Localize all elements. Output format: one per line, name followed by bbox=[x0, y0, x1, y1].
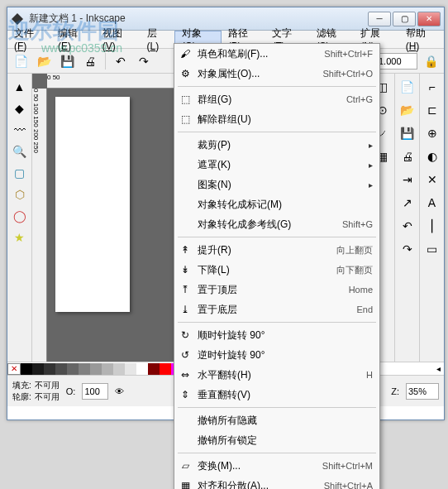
menu-item-icon: ↺ bbox=[178, 348, 193, 362]
color-swatch[interactable] bbox=[44, 363, 55, 375]
menu-item-label: 图案(N) bbox=[198, 178, 369, 192]
redo-icon[interactable]: ↷ bbox=[134, 51, 154, 71]
menu-item[interactable]: 撤销所有隐藏 bbox=[174, 410, 379, 430]
menu-item[interactable]: ⬚解除群组(U) bbox=[174, 109, 379, 129]
fill-label: 填充: bbox=[12, 380, 31, 391]
color-swatch[interactable] bbox=[148, 363, 160, 375]
star-tool-icon[interactable]: ★ bbox=[10, 228, 30, 247]
minimize-button[interactable]: ─ bbox=[368, 12, 391, 26]
snap-guide-icon[interactable]: ⎮ bbox=[422, 216, 442, 236]
tweak-tool-icon[interactable]: 〰 bbox=[10, 120, 30, 140]
menu-view[interactable]: 视图(V) bbox=[96, 31, 141, 48]
zoom-input[interactable] bbox=[406, 383, 439, 400]
fill-value: 不可用 bbox=[35, 380, 60, 391]
document-page[interactable] bbox=[55, 97, 130, 312]
menu-item-shortcut: Shift+Ctrl+A bbox=[324, 481, 373, 489]
commands-new-icon[interactable]: 📄 bbox=[398, 77, 417, 97]
menu-item-label: 撤销所有隐藏 bbox=[198, 414, 373, 428]
menu-item[interactable]: 图案(N)▸ bbox=[174, 175, 379, 194]
menu-item[interactable]: ↺逆时针旋转 90° bbox=[174, 345, 379, 365]
menu-item[interactable]: ↟提升(R)向上翻页 bbox=[174, 240, 379, 260]
commands-export-icon[interactable]: ↗ bbox=[398, 193, 417, 213]
new-icon[interactable]: 📄 bbox=[11, 51, 31, 71]
color-swatch[interactable] bbox=[67, 363, 79, 375]
menu-item[interactable]: ⬚群组(G)Ctrl+G bbox=[174, 89, 379, 109]
menu-item[interactable]: ⚙对象属性(O)...Shift+Ctrl+O bbox=[174, 64, 379, 84]
menu-item[interactable]: 对象转化成标记(M) bbox=[174, 194, 379, 214]
menu-item[interactable]: 🖌填色和笔刷(F)...Shift+Ctrl+F bbox=[174, 44, 379, 64]
menu-item-label: 群组(G) bbox=[198, 93, 336, 107]
menu-item[interactable]: 撤销所有锁定 bbox=[174, 430, 379, 450]
menu-item-label: 对齐和分散(A)... bbox=[198, 479, 314, 490]
color-swatch[interactable] bbox=[79, 363, 90, 375]
commands-redo-icon[interactable]: ↷ bbox=[398, 239, 417, 259]
menu-item[interactable]: ⇕垂直翻转(V) bbox=[174, 385, 379, 405]
snap-center-icon[interactable]: ⊕ bbox=[422, 123, 442, 143]
menu-item-label: 逆时针旋转 90° bbox=[198, 348, 373, 362]
commands-import-icon[interactable]: ⇥ bbox=[398, 170, 417, 189]
menu-item-shortcut: 向上翻页 bbox=[336, 244, 373, 256]
snap-text-icon[interactable]: A bbox=[422, 193, 442, 213]
palette-menu-icon[interactable]: ◂ bbox=[433, 364, 444, 373]
menu-item[interactable]: ↡下降(L)向下翻页 bbox=[174, 260, 379, 280]
menu-item[interactable]: ▱变换(M)...Shift+Ctrl+M bbox=[174, 456, 379, 476]
menu-item-label: 置于顶层 bbox=[198, 283, 339, 297]
zoom-tool-icon[interactable]: 🔍 bbox=[10, 141, 30, 161]
no-color-swatch[interactable]: ✕ bbox=[7, 363, 21, 375]
lock-icon[interactable]: 🔒 bbox=[421, 51, 441, 71]
color-swatch[interactable] bbox=[136, 363, 148, 375]
menu-item-shortcut: Home bbox=[349, 285, 373, 295]
ruler-vertical[interactable]: 0 50 100 150 200 250 bbox=[32, 89, 47, 362]
menu-item[interactable]: 对象转化成参考线(G)Shift+G bbox=[174, 214, 379, 234]
menu-item[interactable]: 裁剪(P)▸ bbox=[174, 135, 379, 155]
undo-icon[interactable]: ↶ bbox=[111, 51, 131, 71]
maximize-button[interactable]: ▢ bbox=[393, 12, 416, 26]
opacity-input[interactable] bbox=[82, 383, 108, 400]
menu-edit[interactable]: 编辑(E) bbox=[51, 31, 96, 48]
snap-mid-icon[interactable]: ◐ bbox=[422, 146, 442, 166]
submenu-arrow-icon: ▸ bbox=[369, 161, 373, 170]
color-swatch[interactable] bbox=[102, 363, 113, 375]
menu-item[interactable]: ⤓置于底层End bbox=[174, 300, 379, 319]
menu-item[interactable]: 遮罩(K)▸ bbox=[174, 155, 379, 175]
color-swatch[interactable] bbox=[90, 363, 102, 375]
color-swatch[interactable] bbox=[55, 363, 67, 375]
menu-item[interactable]: ↻顺时针旋转 90° bbox=[174, 325, 379, 345]
rect-tool-icon[interactable]: ▢ bbox=[10, 163, 30, 183]
color-swatch[interactable] bbox=[21, 363, 32, 375]
menu-item-icon: ⚙ bbox=[178, 66, 193, 81]
menu-help[interactable]: 帮助(H) bbox=[399, 31, 444, 48]
open-icon[interactable]: 📂 bbox=[34, 51, 54, 71]
menu-item-shortcut: 向下翻页 bbox=[336, 264, 373, 276]
selector-tool-icon[interactable]: ▲ bbox=[10, 77, 30, 97]
snap-edge-icon[interactable]: ⊏ bbox=[422, 100, 442, 120]
snap-corner-icon[interactable]: ⌐ bbox=[422, 77, 442, 97]
commands-save-icon[interactable]: 💾 bbox=[398, 123, 417, 143]
node-tool-icon[interactable]: ◆ bbox=[10, 98, 30, 118]
menu-item-shortcut: Shift+Ctrl+F bbox=[324, 49, 373, 59]
menu-item[interactable]: ▦对齐和分散(A)...Shift+Ctrl+A bbox=[174, 476, 379, 489]
circle-tool-icon[interactable]: ◯ bbox=[10, 206, 30, 226]
value-input[interactable] bbox=[376, 53, 417, 70]
window-title: 新建文档 1 - Inkscape bbox=[29, 12, 368, 26]
snap-page-icon[interactable]: ▭ bbox=[422, 239, 442, 259]
menu-separator bbox=[178, 237, 376, 237]
commands-open-icon[interactable]: 📂 bbox=[398, 100, 417, 120]
menu-separator bbox=[178, 407, 376, 408]
3dbox-tool-icon[interactable]: ⬡ bbox=[10, 185, 30, 204]
color-swatch[interactable] bbox=[160, 363, 171, 375]
color-swatch[interactable] bbox=[113, 363, 125, 375]
menu-layer[interactable]: 层(L) bbox=[141, 31, 174, 48]
commands-undo-icon[interactable]: ↶ bbox=[398, 216, 417, 236]
close-button[interactable]: ✕ bbox=[417, 12, 441, 26]
menu-file[interactable]: 文件(F) bbox=[7, 31, 51, 48]
color-swatch[interactable] bbox=[32, 363, 44, 375]
layer-icon[interactable]: 👁 bbox=[115, 386, 124, 396]
color-swatch[interactable] bbox=[125, 363, 136, 375]
print-icon[interactable]: 🖨 bbox=[80, 51, 100, 71]
menu-item[interactable]: ⤒置于顶层Home bbox=[174, 280, 379, 300]
save-icon[interactable]: 💾 bbox=[57, 51, 77, 71]
snap-intersect-icon[interactable]: ✕ bbox=[422, 170, 442, 189]
commands-print-icon[interactable]: 🖨 bbox=[398, 146, 417, 166]
menu-item[interactable]: ⇔水平翻转(H)H bbox=[174, 365, 379, 385]
